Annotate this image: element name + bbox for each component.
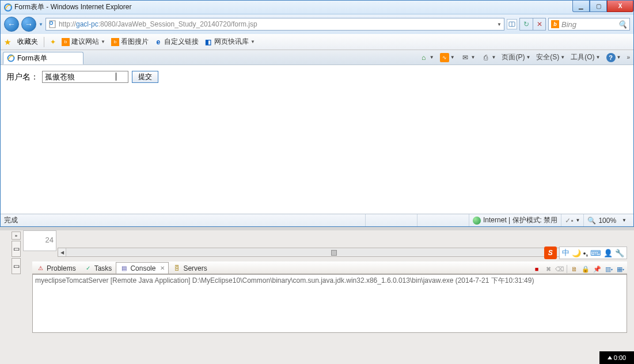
back-button[interactable]: ←	[4, 17, 19, 32]
username-label: 用户名：	[6, 72, 39, 82]
tab-strip: Form表单 ⌂▼ ∿▼ ✉▼ ⎙▼ 页面(P)▼ 安全(S)▼ 工具(O)▼ …	[1, 50, 633, 65]
remove-all-button[interactable]: ⌫	[555, 264, 564, 274]
add-favorite-icon[interactable]: ✦	[50, 38, 56, 46]
display-console-button[interactable]: ▥▾	[604, 264, 613, 274]
scroll-left-icon[interactable]: ◀	[58, 248, 66, 256]
address-bar[interactable]: http://gacl-pc:8080/JavaWeb_Session_Stud…	[45, 18, 504, 31]
favorites-label[interactable]: 收藏夹	[17, 37, 38, 47]
clear-console-button[interactable]: 🗎	[570, 264, 579, 274]
line-number: 24	[45, 236, 54, 244]
editor-h-scrollbar[interactable]: ◀ ▶	[58, 248, 610, 257]
forward-button[interactable]: →	[21, 17, 36, 32]
servers-icon: 🗄	[173, 264, 181, 272]
console-text: myeclipseTomcatServer [Remote Java Appli…	[35, 276, 534, 285]
scrollbar-thumb[interactable]	[331, 250, 337, 256]
ie-tab-icon	[7, 54, 15, 62]
history-dropdown-icon[interactable]: ▼	[39, 22, 43, 27]
fav-custom-links[interactable]: e 自定义链接	[154, 37, 199, 47]
tab-label: Form表单	[17, 54, 47, 63]
bing-small-icon: b	[62, 38, 70, 46]
compat-view-button[interactable]	[507, 19, 517, 29]
ime-moon-icon[interactable]: 🌙	[572, 249, 581, 257]
ime-tool-icon[interactable]: 🔧	[615, 249, 624, 257]
status-bar: 完成 Internet | 保护模式: 禁用 ✓▪▼ 🔍100%▼	[1, 214, 633, 226]
tab-tasks[interactable]: ✓ Tasks	[80, 262, 116, 274]
open-console-button[interactable]: ▦▾	[616, 264, 625, 274]
bing-icon: b	[551, 20, 559, 28]
search-placeholder: Bing	[561, 20, 576, 29]
remove-launch-button[interactable]: ✖	[544, 264, 553, 274]
status-done: 完成	[4, 215, 18, 225]
help-button[interactable]: ?▼	[606, 53, 621, 62]
refresh-stop-box: ↻ ✕	[519, 18, 546, 31]
eclipse-ide-panel: » ▭ ▭ 24 ◀ ▶ S 中 🌙 •, ⌨ 👤 🔧 ⚠ Problems ✓…	[0, 230, 634, 364]
refresh-button[interactable]: ↻	[520, 18, 533, 30]
address-dropdown-icon[interactable]: ▼	[497, 22, 502, 27]
status-zone: Internet | 保护模式: 禁用	[483, 215, 557, 225]
clock-time: 0:00	[614, 354, 626, 361]
fav-web-slices[interactable]: ◧ 网页快讯库▼	[204, 37, 255, 47]
pin-console-button[interactable]: 📌	[593, 264, 602, 274]
window-titlebar: Form表单 - Windows Internet Explorer ▁ ▢ X	[1, 1, 633, 14]
feeds-button[interactable]: ∿▼	[440, 53, 455, 62]
tab-problems[interactable]: ⚠ Problems	[32, 262, 80, 274]
page-content: 用户名： 提交	[1, 65, 633, 215]
favorites-star-icon[interactable]: ★	[4, 37, 12, 47]
trim-button-2[interactable]: ▭	[12, 258, 21, 274]
ie-small-icon: e	[154, 38, 162, 46]
problems-icon: ⚠	[36, 264, 44, 272]
stop-button[interactable]: ✕	[533, 18, 545, 30]
home-button[interactable]: ⌂▼	[419, 53, 434, 62]
window-title: Form表单 - Windows Internet Explorer	[14, 2, 572, 12]
text-cursor-icon	[116, 73, 116, 81]
internet-zone-icon	[473, 217, 481, 225]
fav-suggested-sites[interactable]: b 建议网站▼	[62, 37, 105, 47]
fav-image-search[interactable]: b 看图搜片	[111, 37, 149, 47]
search-box[interactable]: b Bing 🔍	[548, 18, 630, 31]
page-menu[interactable]: 页面(P)▼	[502, 52, 530, 62]
read-mail-button[interactable]: ✉▼	[461, 53, 476, 62]
taskbar-clock[interactable]: 0:00	[599, 351, 634, 364]
submit-button[interactable]: 提交	[132, 71, 158, 83]
page-icon	[48, 20, 56, 28]
trim-button-1[interactable]: ▭	[12, 241, 21, 257]
tasks-icon: ✓	[84, 264, 92, 272]
tab-console[interactable]: ▤ Console ✕	[116, 262, 169, 274]
editor-gutter: 24	[23, 230, 56, 251]
bing-small-icon: b	[111, 38, 119, 46]
scroll-lock-button[interactable]: 🔒	[581, 264, 590, 274]
window-close-button[interactable]: X	[607, 1, 633, 12]
ime-keyboard-icon[interactable]: ⌨	[590, 249, 601, 257]
feed-small-icon: ◧	[204, 38, 212, 46]
window-minimize-button[interactable]: ▁	[572, 1, 590, 12]
username-form: 用户名： 提交	[6, 71, 628, 83]
ime-toolbar: S 中 🌙 •, ⌨ 👤 🔧	[544, 247, 627, 259]
ie-logo-icon	[4, 3, 12, 12]
tools-menu[interactable]: 工具(O)▼	[571, 52, 600, 62]
protected-mode-toggle[interactable]: ✓▪▼	[561, 214, 583, 226]
terminate-button[interactable]: ■	[532, 264, 541, 274]
zoom-control[interactable]: 🔍100%▼	[583, 214, 630, 226]
console-output: myeclipseTomcatServer [Remote Java Appli…	[32, 274, 627, 333]
ime-punct-icon[interactable]: •,	[583, 249, 588, 257]
address-url: http://gacl-pc:8080/JavaWeb_Session_Stud…	[59, 20, 495, 28]
favorites-bar: ★ 收藏夹 ✦ b 建议网站▼ b 看图搜片 e 自定义链接 ◧ 网页快讯库▼	[1, 34, 633, 50]
window-maximize-button[interactable]: ▢	[590, 1, 607, 12]
console-toolbar: ■ ✖ ⌫ 🗎 🔒 📌 ▥▾ ▦▾	[532, 264, 627, 274]
print-button[interactable]: ⎙▼	[481, 53, 496, 62]
ime-lang-button[interactable]: 中	[562, 248, 570, 258]
search-button-icon[interactable]: 🔍	[618, 20, 627, 29]
left-trim-strip: » ▭ ▭	[12, 230, 21, 364]
taskbar-up-icon	[608, 356, 612, 359]
bottom-view-tabs: ⚠ Problems ✓ Tasks ▤ Console ✕ 🗄 Servers…	[32, 261, 627, 274]
ime-user-icon[interactable]: 👤	[603, 249, 613, 257]
tab-servers[interactable]: 🗄 Servers	[169, 262, 211, 274]
separator	[44, 37, 44, 47]
console-icon: ▤	[120, 264, 128, 272]
trim-arrow-button[interactable]: »	[12, 232, 21, 240]
active-tab[interactable]: Form表单	[3, 52, 83, 65]
toolbar-overflow-icon[interactable]: »	[627, 54, 630, 60]
safety-menu[interactable]: 安全(S)▼	[536, 52, 565, 62]
sogou-ime-icon[interactable]: S	[544, 247, 557, 259]
tab-close-icon[interactable]: ✕	[160, 265, 165, 271]
